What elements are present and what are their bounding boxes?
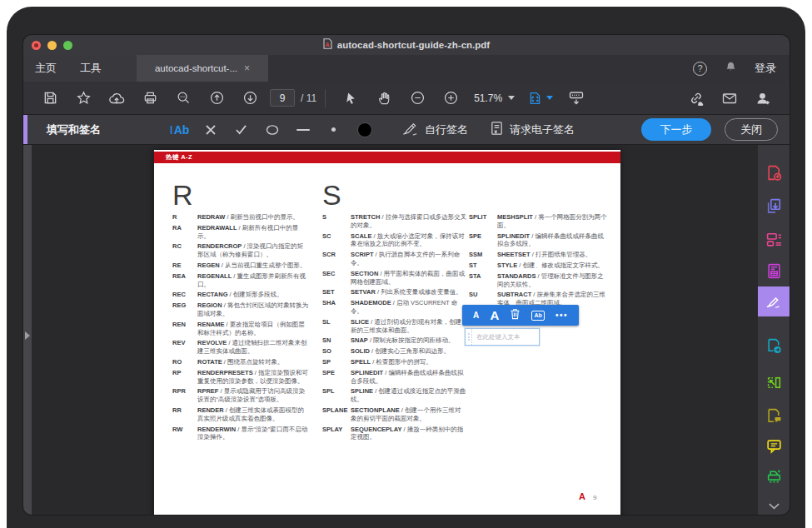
sign-in-button[interactable]: 登录 <box>755 61 776 76</box>
star-favorite-icon[interactable] <box>67 87 100 110</box>
shortcut-entry: RCRENDERCROP / 渲染视口内指定的矩形区域（称为修剪窗口）。 <box>172 242 309 259</box>
pdf-page: 热键 A-Z RRREDRAW / 刷新当前视口中的显示。RAREDRAWALL… <box>154 150 620 515</box>
dot-annotation-icon[interactable] <box>318 118 349 142</box>
svg-text:A: A <box>325 42 329 47</box>
fill-and-sign-tool-active[interactable] <box>758 286 790 316</box>
autocad-logo: A <box>579 491 585 501</box>
inline-text-input[interactable]: 在此处键入文本 <box>465 328 540 346</box>
expand-panel-arrow-icon[interactable] <box>25 331 30 340</box>
drag-handle-icon[interactable] <box>466 329 472 345</box>
tab-document[interactable]: autocad-shortcut-... × <box>137 55 268 82</box>
share-cloud-icon[interactable] <box>100 87 133 110</box>
notifications-bell-icon[interactable] <box>724 60 738 77</box>
zoom-level-dropdown[interactable]: 51.7% <box>467 92 521 104</box>
filled-dot-annotation-icon[interactable] <box>349 118 380 142</box>
scan-and-ocr-icon[interactable] <box>758 371 790 394</box>
shortcut-entry: SNSNAP / 限制光标按指定的间距移动。 <box>322 336 467 345</box>
shortcut-entry: SETSETVAR / 列出系统变量或修改变量值。 <box>322 288 467 296</box>
delete-annotation-icon[interactable] <box>510 308 521 323</box>
shortcut-entry: SCRSCRIPT / 执行源自脚本文件的一系列命令。 <box>322 251 467 267</box>
left-panel-strip[interactable] <box>23 145 32 515</box>
section-heading: R <box>172 180 309 213</box>
print-icon[interactable] <box>133 87 167 110</box>
shortcut-entry: STSTYLE / 创建、修改或指定文字样式。 <box>469 262 609 270</box>
shortcut-entry: RAREDRAWALL / 刷新所有视口中的显示。 <box>172 224 309 241</box>
circle-annotation-icon[interactable] <box>257 118 287 142</box>
select-tool-icon[interactable] <box>334 87 367 110</box>
shortcut-entry: SOSOLID / 创建实心三角形和四边形。 <box>322 347 467 356</box>
add-text-tool-icon[interactable]: IAb <box>164 118 195 142</box>
more-options-icon[interactable]: ••• <box>555 311 568 320</box>
shortcut-entry: SSMSHEETSET / 打开图纸集管理器。 <box>469 251 609 259</box>
shortcut-entry: RECRECTANG / 创建矩形多段线。 <box>172 291 309 299</box>
shortcut-entry: REGREGION / 将包含封闭区域的对象转换为面域对象。 <box>172 301 309 318</box>
page-count-label: / 11 <box>301 92 316 104</box>
sign-yourself-button[interactable]: 自行签名 <box>401 121 468 139</box>
window-title: autocad-shortcut-guide-zh-cn.pdf <box>337 40 490 50</box>
shortcut-entry: ROROTATE / 围绕基点旋转对象。 <box>172 358 309 366</box>
close-window-button[interactable] <box>32 41 41 50</box>
tools-sidebar <box>758 145 790 515</box>
share-link-icon[interactable] <box>680 87 713 110</box>
export-pdf-icon[interactable] <box>758 194 790 217</box>
prepare-form-icon[interactable] <box>758 259 790 282</box>
shortcut-entry: SHASHADEMODE / 启动 VSCURRENT 命令。 <box>322 299 467 316</box>
shortcut-entry: SPLITMESHSPLIT / 将一个网格面分割为两个面。 <box>469 213 609 230</box>
page-fit-dropdown[interactable] <box>521 91 560 106</box>
tab-bar: 主页 工具 autocad-shortcut-... × ? 登录 <box>23 55 790 82</box>
shortcut-entry: RREDRAW / 刷新当前视口中的显示。 <box>172 213 309 222</box>
next-step-button[interactable]: 下一步 <box>641 118 711 141</box>
shortcut-entry: SECSECTION / 用平面和实体的截面，曲面或网格创建面域。 <box>322 270 467 286</box>
chevron-down-icon <box>508 96 515 100</box>
collapse-toolbar-icon[interactable] <box>560 87 593 110</box>
desktop-backdrop: A autocad-shortcut-guide-zh-cn.pdf 主页 工具… <box>7 7 805 528</box>
tab-home[interactable]: 主页 <box>23 55 68 82</box>
hand-tool-icon[interactable] <box>367 87 401 110</box>
page-number-input[interactable]: 9 <box>270 89 295 107</box>
email-icon[interactable] <box>713 87 746 110</box>
line-annotation-icon[interactable] <box>287 118 318 142</box>
shortcut-entry: SPLAYSEQUENCEPLAY / 播放一种类别中的指定视图。 <box>322 426 467 442</box>
more-tools-chevron-icon[interactable] <box>758 498 790 515</box>
increase-font-icon[interactable]: A <box>490 308 499 322</box>
decrease-font-icon[interactable]: A <box>473 311 479 320</box>
next-page-icon[interactable] <box>233 87 267 110</box>
organize-pages-icon[interactable] <box>758 227 790 251</box>
minimize-window-button[interactable] <box>47 41 57 50</box>
tab-close-icon[interactable]: × <box>244 62 250 74</box>
search-icon[interactable] <box>167 87 200 110</box>
request-signatures-icon[interactable] <box>758 334 790 357</box>
previous-page-icon[interactable] <box>200 87 233 110</box>
zoom-in-icon[interactable] <box>434 87 467 110</box>
tab-tools[interactable]: 工具 <box>68 55 113 82</box>
printed-page-number: 9 <box>593 494 596 501</box>
close-fill-sign-button[interactable]: 关闭 <box>725 118 778 141</box>
signature-document-icon <box>490 121 504 138</box>
shortcut-entry: RRRENDER / 创建三维实体或表面模型的真实照片级或真实着色图像。 <box>172 406 309 423</box>
shortcut-entry: RENRENAME / 更改指定给项目（例如图层和标注样式）的名称。 <box>172 321 309 337</box>
check-annotation-icon[interactable] <box>226 118 257 142</box>
comment-icon[interactable] <box>758 434 790 457</box>
print-production-icon[interactable] <box>758 465 790 488</box>
document-viewport[interactable]: 热键 A-Z RRREDRAW / 刷新当前视口中的显示。RAREDRAWALL… <box>32 145 758 515</box>
save-icon[interactable] <box>33 87 67 110</box>
shortcut-entry: SSTRETCH / 拉伸与选择窗口或多边形交叉的对象。 <box>322 213 467 230</box>
zoom-out-icon[interactable] <box>401 87 434 110</box>
shortcut-column-r: RRREDRAW / 刷新当前视口中的显示。RAREDRAWALL / 刷新所有… <box>172 180 309 444</box>
zoom-window-button[interactable] <box>63 41 72 50</box>
request-signature-button[interactable]: 请求电子签名 <box>490 121 575 138</box>
text-style-icon[interactable]: Ab <box>531 311 544 321</box>
shortcut-entry: SPESPLINEDIT / 编辑样条曲线或样条曲线拟合多段线。 <box>322 369 467 386</box>
text-annotation-popup: A A Ab ••• <box>462 305 579 326</box>
text-input-placeholder: 在此处键入文本 <box>476 333 521 341</box>
shortcut-entry: STASTANDARDS / 管理标准文件与图形之间的关联性。 <box>469 272 609 289</box>
add-account-icon[interactable] <box>746 87 780 110</box>
page-footer: A 9 <box>579 491 596 501</box>
toolbar-divider <box>325 89 326 107</box>
doc-comment-icon[interactable] <box>758 404 790 427</box>
help-icon[interactable]: ? <box>693 62 707 76</box>
page-header-bar: 热键 A-Z <box>154 152 620 163</box>
create-pdf-icon[interactable] <box>758 161 790 184</box>
cross-annotation-icon[interactable] <box>195 118 226 142</box>
shortcut-entry: REREGEN / 从当前视口重生成整个图形。 <box>172 262 309 270</box>
